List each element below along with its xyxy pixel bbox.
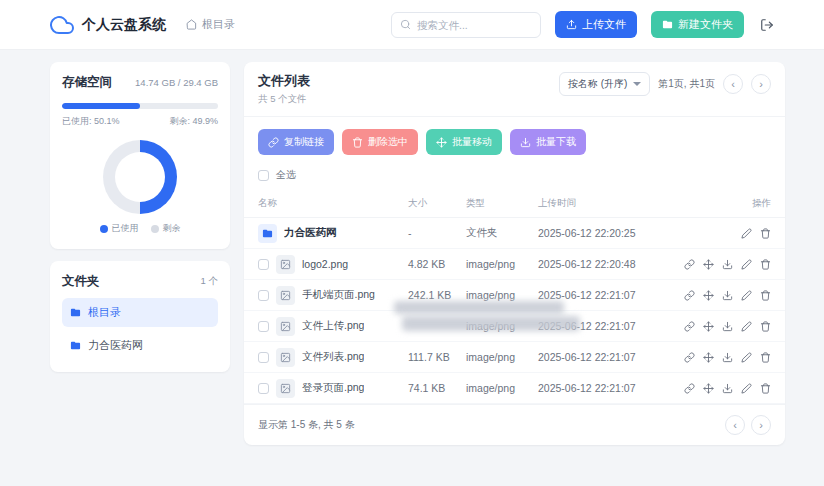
file-list-title: 文件列表	[258, 72, 310, 90]
select-all-checkbox[interactable]	[258, 170, 269, 181]
search-input[interactable]	[417, 19, 532, 31]
edit-icon[interactable]	[741, 383, 752, 394]
storage-free-label: 剩余: 49.9%	[169, 115, 218, 128]
file-name[interactable]: 手机端页面.png	[302, 288, 375, 302]
batch-trash-button[interactable]: 删除选中	[342, 129, 418, 155]
image-icon	[276, 379, 295, 398]
upload-time: 2025-06-12 22:21:07	[538, 382, 684, 394]
trash-icon[interactable]	[760, 290, 771, 301]
edit-icon[interactable]	[741, 352, 752, 363]
brand: 个人云盘系统	[50, 13, 166, 37]
row-actions	[684, 290, 771, 301]
file-count-subtitle: 共 5 个文件	[258, 93, 310, 106]
upload-time: 2025-06-12 22:21:07	[538, 289, 684, 301]
trash-icon[interactable]	[760, 228, 771, 239]
edit-icon[interactable]	[741, 321, 752, 332]
batch-button-label: 复制链接	[284, 135, 324, 149]
column-actions: 操作	[684, 190, 771, 217]
edit-icon[interactable]	[741, 290, 752, 301]
move-icon[interactable]	[703, 321, 714, 332]
link-icon[interactable]	[684, 259, 695, 270]
table-row: 力合医药网-文件夹2025-06-12 22:20:25	[244, 218, 785, 249]
image-icon	[276, 286, 295, 305]
file-name[interactable]: 文件列表.png	[302, 350, 364, 364]
footer-next-button[interactable]: ›	[751, 415, 771, 435]
trash-icon[interactable]	[760, 383, 771, 394]
table-row: 文件上传.pngimage/png2025-06-12 22:21:07	[244, 311, 785, 342]
storage-title: 存储空间	[62, 74, 112, 91]
upload-time: 2025-06-12 22:21:07	[538, 320, 684, 332]
link-icon	[268, 137, 279, 148]
legend-free-dot	[151, 225, 159, 233]
file-size: 74.1 KB	[408, 382, 466, 394]
upload-file-button[interactable]: 上传文件	[555, 11, 637, 38]
file-name[interactable]: logo2.png	[302, 258, 348, 270]
download-icon[interactable]	[722, 383, 733, 394]
folder-item-root[interactable]: 根目录	[62, 298, 218, 327]
download-icon[interactable]	[722, 290, 733, 301]
folder-item-label: 力合医药网	[88, 338, 143, 353]
file-name[interactable]: 力合医药网	[284, 226, 337, 240]
storage-legend: 已使用 剩余	[62, 222, 218, 237]
sort-select-label: 按名称 (升序)	[568, 77, 627, 91]
file-type: 文件夹	[466, 226, 538, 240]
file-size: -	[408, 227, 466, 239]
folder-icon	[70, 340, 81, 351]
link-icon[interactable]	[684, 290, 695, 301]
logout-icon[interactable]	[760, 18, 774, 32]
edit-icon[interactable]	[741, 259, 752, 270]
upload-time: 2025-06-12 22:20:48	[538, 258, 684, 270]
row-actions	[684, 352, 771, 363]
edit-icon[interactable]	[741, 228, 752, 239]
footer-prev-button[interactable]: ‹	[725, 415, 745, 435]
move-icon[interactable]	[703, 290, 714, 301]
file-size: 111.7 KB	[408, 351, 466, 363]
file-type: image/png	[466, 289, 538, 301]
breadcrumb[interactable]: 根目录	[186, 17, 235, 32]
move-icon	[436, 137, 447, 148]
storage-used-label: 已使用: 50.1%	[62, 115, 120, 128]
row-checkbox[interactable]	[258, 290, 269, 301]
batch-download-button[interactable]: 批量下载	[510, 129, 586, 155]
move-icon[interactable]	[703, 352, 714, 363]
table-header: 名称 大小 类型 上传时间 操作	[244, 190, 785, 218]
row-checkbox[interactable]	[258, 383, 269, 394]
prev-page-button[interactable]: ‹	[723, 74, 743, 94]
trash-icon[interactable]	[760, 352, 771, 363]
new-folder-button[interactable]: 新建文件夹	[651, 11, 744, 38]
file-type: image/png	[466, 320, 538, 332]
row-checkbox[interactable]	[258, 352, 269, 363]
folders-title: 文件夹	[62, 273, 100, 290]
row-actions	[684, 259, 771, 270]
sort-select[interactable]: 按名称 (升序)	[559, 72, 650, 96]
storage-donut-chart	[103, 140, 177, 214]
link-icon[interactable]	[684, 321, 695, 332]
select-all-label: 全选	[276, 168, 296, 182]
image-icon	[276, 255, 295, 274]
row-checkbox[interactable]	[258, 259, 269, 270]
upload-button-label: 上传文件	[582, 17, 626, 32]
row-checkbox[interactable]	[258, 321, 269, 332]
column-type: 类型	[466, 190, 538, 217]
image-icon	[276, 317, 295, 336]
file-type: image/png	[466, 351, 538, 363]
folder-item-1[interactable]: 力合医药网	[62, 331, 218, 360]
file-name[interactable]: 文件上传.png	[302, 319, 364, 333]
breadcrumb-label: 根目录	[202, 17, 235, 32]
batch-move-button[interactable]: 批量移动	[426, 129, 502, 155]
download-icon[interactable]	[722, 352, 733, 363]
trash-icon[interactable]	[760, 259, 771, 270]
new-folder-button-label: 新建文件夹	[678, 17, 733, 32]
download-icon[interactable]	[722, 259, 733, 270]
move-icon[interactable]	[703, 259, 714, 270]
trash-icon[interactable]	[760, 321, 771, 332]
legend-used-dot	[100, 225, 108, 233]
move-icon[interactable]	[703, 383, 714, 394]
file-name[interactable]: 登录页面.png	[302, 381, 364, 395]
folder-icon	[258, 224, 277, 243]
link-icon[interactable]	[684, 352, 695, 363]
batch-link-button[interactable]: 复制链接	[258, 129, 334, 155]
link-icon[interactable]	[684, 383, 695, 394]
next-page-button[interactable]: ›	[751, 74, 771, 94]
download-icon[interactable]	[722, 321, 733, 332]
